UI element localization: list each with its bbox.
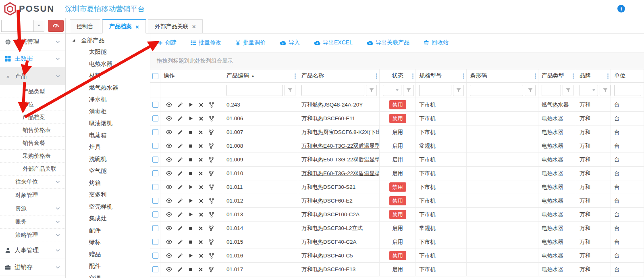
row-checkbox[interactable] (152, 198, 158, 204)
view-action-icon[interactable] (166, 211, 172, 217)
delete-action-icon[interactable] (198, 267, 203, 272)
search-input[interactable] (1, 20, 33, 32)
sidebar-item-hr-mgmt[interactable]: 人事管理 (0, 242, 65, 259)
fork-action-icon[interactable] (209, 212, 214, 217)
tree-item[interactable]: 燃气热水器 (66, 82, 150, 94)
column-header-brand[interactable]: 品牌 (576, 69, 611, 82)
view-action-icon[interactable] (166, 239, 172, 245)
stop-action-icon[interactable] (188, 171, 193, 176)
sidebar-item-product-type[interactable]: 产品类型 (0, 85, 65, 98)
close-icon[interactable]: × (192, 23, 196, 29)
view-action-icon[interactable] (166, 143, 172, 149)
view-action-icon[interactable] (166, 253, 172, 259)
edit-action-icon[interactable] (177, 267, 183, 272)
sidebar-item-resources[interactable]: 资源 (0, 202, 65, 215)
row-checkbox[interactable] (152, 157, 158, 163)
row-checkbox[interactable] (152, 253, 158, 259)
tab-external-product-link[interactable]: 外部产品关联× (148, 19, 203, 33)
stop-action-icon[interactable] (188, 157, 193, 162)
edit-action-icon[interactable] (177, 130, 183, 135)
delete-action-icon[interactable] (198, 240, 203, 245)
sidebar-item-purchase-pricelist[interactable]: 采购价格表 (0, 150, 65, 163)
sidebar-item-object-mgmt[interactable]: 对象管理 (0, 189, 65, 202)
row-checkbox[interactable] (152, 102, 158, 108)
tree-item[interactable]: 洗碗机 (66, 153, 150, 165)
sidebar-item-sales-package[interactable]: 销售套餐 (0, 137, 65, 150)
column-menu-icon[interactable] (607, 73, 609, 79)
delete-action-icon[interactable] (198, 226, 203, 231)
search-combobox[interactable] (1, 20, 44, 32)
sidebar-item-master-data[interactable]: 主数据 (0, 50, 65, 67)
group-by-bar[interactable]: 拖拽列标题到此处按列组合显示 (150, 52, 644, 69)
view-action-icon[interactable] (166, 115, 172, 121)
sidebar-item-unit[interactable]: 单位 (0, 98, 65, 111)
row-checkbox[interactable] (152, 211, 158, 217)
import-button[interactable]: 导入 (280, 39, 300, 46)
delete-action-icon[interactable] (198, 157, 203, 162)
row-checkbox[interactable] (152, 129, 158, 135)
edit-action-icon[interactable] (177, 239, 183, 245)
tree-item[interactable]: 材料 (66, 70, 150, 82)
play-action-icon[interactable] (188, 198, 193, 203)
product-name[interactable]: 万和电热E40-T3G-22双盾温显型 (301, 142, 380, 150)
edit-action-icon[interactable] (177, 143, 183, 149)
sidebar-item-external-product-link[interactable]: 外部产品关联 (0, 163, 65, 176)
filter-button-brand[interactable] (600, 85, 611, 96)
column-header-unit[interactable]: 单位 (611, 69, 644, 82)
view-action-icon[interactable] (166, 157, 172, 163)
tree-root-all-products[interactable]: 全部产品 (66, 35, 150, 46)
filter-input-barcode[interactable] (470, 85, 523, 96)
delete-action-icon[interactable] (198, 171, 203, 176)
view-action-icon[interactable] (166, 198, 172, 204)
tree-item[interactable]: 净水机 (66, 94, 150, 106)
fork-action-icon[interactable] (208, 226, 214, 231)
edit-action-icon[interactable] (177, 116, 183, 121)
column-header-spec[interactable]: 规格型号 (416, 69, 467, 82)
edit-action-icon[interactable] (177, 184, 183, 190)
chevron-down-icon[interactable] (33, 20, 44, 32)
filter-button-type[interactable] (563, 85, 573, 96)
row-checkbox[interactable] (152, 143, 158, 149)
filter-button-spec[interactable] (453, 85, 464, 96)
tree-item[interactable]: 配件 (66, 260, 150, 272)
row-checkbox[interactable] (152, 225, 158, 231)
filter-input-code[interactable] (226, 85, 283, 96)
tree-item[interactable]: 烹多利 (66, 189, 150, 201)
sidebar-item-product[interactable]: »产品 (0, 67, 65, 85)
stop-action-icon[interactable] (188, 130, 193, 135)
column-menu-icon[interactable] (295, 73, 296, 79)
tree-item[interactable]: 空壳样机 (66, 201, 150, 213)
column-header-status[interactable]: 状态 (380, 69, 416, 82)
tree-item[interactable]: 吸油烟机 (66, 117, 150, 130)
filter-input-spec[interactable] (419, 85, 451, 96)
edit-action-icon[interactable] (177, 226, 183, 231)
tab-product-archive[interactable]: 产品档案× (102, 19, 146, 33)
filter-select-brand[interactable] (580, 85, 598, 96)
edit-action-icon[interactable] (177, 171, 183, 176)
filter-button-status[interactable] (403, 85, 414, 96)
fork-action-icon[interactable] (208, 267, 214, 272)
fork-action-icon[interactable] (208, 171, 214, 176)
play-action-icon[interactable] (188, 253, 193, 258)
delete-action-icon[interactable] (199, 102, 204, 107)
stop-action-icon[interactable] (188, 240, 193, 245)
tree-item[interactable]: 绿标 (66, 236, 150, 249)
tree-item[interactable]: 消毒柜 (66, 106, 150, 118)
recycle-bin-button[interactable]: 回收站 (424, 39, 449, 46)
delete-action-icon[interactable] (199, 199, 204, 203)
view-action-icon[interactable] (166, 102, 172, 108)
delete-action-icon[interactable] (198, 144, 203, 148)
sidebar-item-sales-pricelist[interactable]: 销售价格表 (0, 124, 65, 137)
play-action-icon[interactable] (188, 102, 193, 107)
tree-item[interactable]: 集成灶 (66, 213, 150, 225)
sidebar-item-strategy-mgmt[interactable]: 策略管理 (0, 229, 65, 242)
tab-console[interactable]: 控制台 (70, 19, 100, 33)
tree-item[interactable]: 赠品 (66, 249, 150, 261)
info-icon[interactable]: i (617, 5, 625, 13)
row-checkbox[interactable] (152, 170, 158, 176)
filter-button-name[interactable] (366, 85, 377, 96)
fork-action-icon[interactable] (208, 239, 214, 245)
fork-action-icon[interactable] (209, 198, 214, 204)
tree-item[interactable]: 电热水器 (66, 58, 150, 70)
row-checkbox[interactable] (152, 115, 158, 121)
